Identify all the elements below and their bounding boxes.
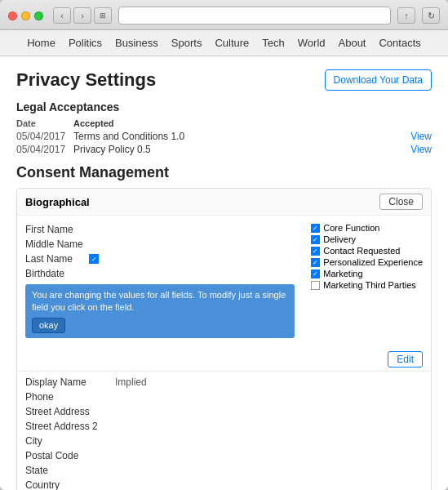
nav-world[interactable]: World — [298, 35, 326, 51]
consent-section-header: Consent Management — [16, 164, 432, 181]
field-first-name: First Name — [25, 222, 295, 237]
field-last-name: Last Name ✓ — [25, 252, 295, 266]
download-data-button[interactable]: Download Your Data — [325, 69, 432, 91]
content-area: Privacy Settings Download Your Data Lega… — [0, 56, 448, 490]
field-state: State — [25, 463, 423, 478]
legal-view-1[interactable]: View — [399, 130, 432, 143]
nav-home[interactable]: Home — [27, 35, 55, 51]
page-title: Privacy Settings — [16, 69, 156, 91]
opt-delivery-label: Delivery — [323, 234, 356, 244]
forward-button[interactable]: › — [73, 7, 91, 24]
legal-desc-2: Privacy Policy 0.5 — [73, 143, 399, 156]
opt-marketing-third-label: Marketing Third Parties — [323, 280, 416, 290]
biographical-section: Biographical Close First Name Middle Nam… — [16, 188, 432, 490]
nav-business[interactable]: Business — [115, 35, 158, 51]
biographical-title: Biographical — [25, 196, 90, 208]
legal-section: Legal Acceptances Date Accepted 05/04/20… — [16, 100, 432, 156]
address-bar[interactable] — [118, 7, 391, 24]
legal-col-date: Date — [16, 118, 73, 130]
last-name-checkbox[interactable]: ✓ — [89, 254, 99, 264]
maximize-window-btn[interactable] — [34, 11, 43, 20]
close-window-btn[interactable] — [8, 11, 17, 20]
legal-row-2: 05/04/2017 Privacy Policy 0.5 View — [16, 143, 432, 156]
opt-contact-requested: ✓ Contact Requested — [311, 245, 423, 256]
marketing-third-checkbox[interactable] — [311, 281, 320, 290]
nav-politics[interactable]: Politics — [69, 35, 102, 51]
contact-requested-checkbox[interactable]: ✓ — [311, 247, 320, 256]
opt-marketing-label: Marketing — [323, 269, 362, 278]
legal-date-2: 05/04/2017 — [16, 143, 73, 156]
other-fields: Display Name Implied Phone Street Addres… — [17, 371, 431, 490]
legal-view-2[interactable]: View — [399, 143, 432, 156]
legal-col-accepted: Accepted — [73, 118, 399, 130]
field-city: City — [25, 434, 423, 448]
checkbox-options: ✓ Core Function ✓ Delivery ✓ Contact Req… — [311, 222, 423, 341]
legal-col-view — [399, 118, 432, 130]
legal-desc-1: Terms and Conditions 1.0 — [73, 130, 399, 143]
legal-date-1: 05/04/2017 — [16, 130, 73, 143]
page-header: Privacy Settings Download Your Data — [16, 69, 432, 91]
opt-marketing: ✓ Marketing — [311, 268, 423, 279]
field-street-address-2: Street Address 2 — [25, 419, 423, 434]
navbar: Home Politics Business Sports Culture Te… — [0, 30, 448, 56]
nav-sports[interactable]: Sports — [171, 35, 202, 51]
bio-edit-button[interactable]: Edit — [388, 351, 423, 368]
field-tooltip: You are changing the values for all fiel… — [25, 284, 295, 338]
nav-about[interactable]: About — [339, 35, 366, 51]
traffic-lights — [8, 11, 43, 20]
tooltip-okay-button[interactable]: okay — [32, 318, 65, 333]
biographical-close-button[interactable]: Close — [379, 194, 423, 210]
bio-fields: First Name Middle Name Last Name ✓ Birth… — [25, 222, 295, 341]
tabs-button[interactable]: ⊞ — [94, 7, 112, 24]
minimize-window-btn[interactable] — [21, 11, 30, 20]
delivery-checkbox[interactable]: ✓ — [311, 235, 320, 244]
field-display-name: Display Name Implied — [25, 375, 423, 390]
opt-core-function: ✓ Core Function — [311, 222, 423, 234]
legal-row-1: 05/04/2017 Terms and Conditions 1.0 View — [16, 130, 432, 143]
marketing-checkbox[interactable]: ✓ — [311, 270, 320, 278]
field-middle-name: Middle Name — [25, 237, 295, 252]
opt-personalized-label: Personalized Experience — [323, 257, 423, 267]
nav-tech[interactable]: Tech — [262, 35, 284, 51]
opt-marketing-third: Marketing Third Parties — [311, 279, 423, 291]
field-phone: Phone — [25, 390, 423, 404]
biographical-header: Biographical Close — [17, 189, 431, 216]
nav-culture[interactable]: Culture — [215, 35, 249, 51]
back-button[interactable]: ‹ — [53, 7, 71, 24]
legal-section-title: Legal Acceptances — [16, 100, 432, 114]
personalized-checkbox[interactable]: ✓ — [311, 258, 320, 267]
opt-contact-label: Contact Requested — [323, 246, 400, 256]
tooltip-text: You are changing the values for all fiel… — [32, 290, 286, 312]
refresh-button[interactable]: ↻ — [422, 7, 440, 24]
field-postal-code: Postal Code — [25, 448, 423, 463]
legal-table: Date Accepted 05/04/2017 Terms and Condi… — [16, 118, 432, 156]
bio-edit-row: Edit — [17, 348, 431, 371]
core-function-checkbox[interactable]: ✓ — [311, 224, 320, 233]
field-country: Country — [25, 478, 423, 490]
opt-core-function-label: Core Function — [323, 223, 379, 233]
nav-contacts[interactable]: Contacts — [379, 35, 420, 51]
browser-window: ‹ › ⊞ ↑ ↻ Home Politics Business Sports … — [0, 0, 448, 490]
field-birthdate: Birthdate — [25, 266, 295, 281]
biographical-content: First Name Middle Name Last Name ✓ Birth… — [17, 216, 431, 348]
field-street-address: Street Address — [25, 404, 423, 419]
opt-personalized: ✓ Personalized Experience — [311, 256, 423, 268]
share-button[interactable]: ↑ — [397, 7, 415, 24]
titlebar: ‹ › ⊞ ↑ ↻ — [0, 0, 448, 30]
nav-buttons: ‹ › ⊞ — [53, 7, 112, 24]
opt-delivery: ✓ Delivery — [311, 234, 423, 245]
